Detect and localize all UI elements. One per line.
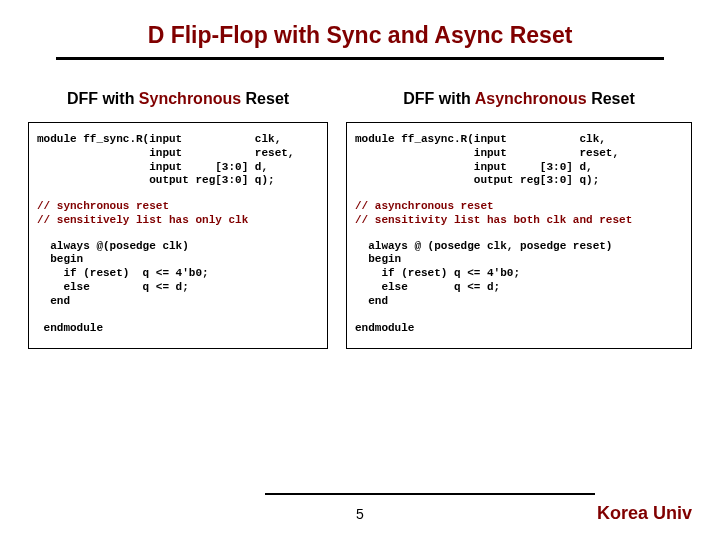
- left-code-comment: // synchronous reset // sensitively list…: [37, 200, 319, 228]
- left-heading-suffix: Reset: [241, 90, 289, 107]
- spacer: [37, 188, 319, 200]
- right-heading-prefix: DFF with: [403, 90, 474, 107]
- left-column: DFF with Synchronous Reset module ff_syn…: [28, 90, 328, 349]
- right-column: DFF with Asynchronous Reset module ff_as…: [346, 90, 692, 349]
- left-codebox: module ff_sync.R(input clk, input reset,…: [28, 122, 328, 349]
- left-code-body: always @(posedge clk) begin if (reset) q…: [37, 240, 319, 336]
- spacer: [355, 188, 683, 200]
- right-heading: DFF with Asynchronous Reset: [346, 90, 692, 108]
- right-code-comment: // asynchronous reset // sensitivity lis…: [355, 200, 683, 228]
- right-code-body: always @ (posedge clk, posedge reset) be…: [355, 240, 683, 336]
- slide-title: D Flip-Flop with Sync and Async Reset: [0, 0, 720, 57]
- left-heading-em: Synchronous: [139, 90, 241, 107]
- right-code-decl: module ff_async.R(input clk, input reset…: [355, 133, 683, 188]
- left-heading-prefix: DFF with: [67, 90, 139, 107]
- spacer: [355, 228, 683, 240]
- right-heading-em: Asynchronous: [475, 90, 587, 107]
- footer-logo: Korea Univ: [597, 503, 692, 524]
- content-columns: DFF with Synchronous Reset module ff_syn…: [0, 90, 720, 349]
- left-code-decl: module ff_sync.R(input clk, input reset,…: [37, 133, 319, 188]
- left-heading: DFF with Synchronous Reset: [28, 90, 328, 108]
- spacer: [37, 228, 319, 240]
- right-heading-suffix: Reset: [587, 90, 635, 107]
- title-rule: [56, 57, 664, 60]
- footer-rule: [265, 493, 595, 495]
- right-codebox: module ff_async.R(input clk, input reset…: [346, 122, 692, 349]
